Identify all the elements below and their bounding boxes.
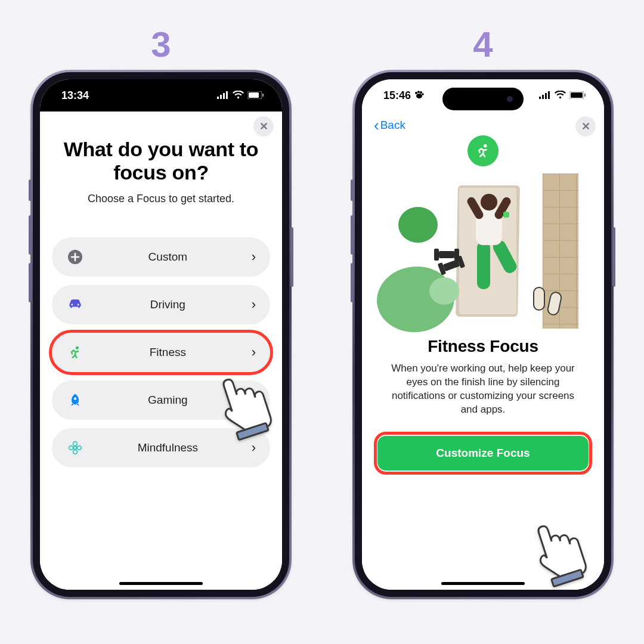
focus-item-mindfulness[interactable]: Mindfulness ›	[52, 428, 270, 467]
page-title: Fitness Focus	[374, 337, 592, 356]
svg-point-14	[73, 450, 78, 454]
step-number-4: 4	[473, 24, 493, 65]
svg-point-18	[415, 92, 417, 94]
svg-rect-5	[249, 92, 259, 98]
step-number-3: 3	[151, 24, 171, 65]
close-button[interactable]: ✕	[575, 116, 596, 137]
plus-icon	[66, 248, 84, 266]
focus-item-driving[interactable]: Driving ›	[52, 285, 270, 324]
chevron-left-icon: ‹	[374, 117, 379, 133]
focus-item-label: Custom	[84, 250, 252, 264]
svg-rect-28	[584, 94, 586, 97]
focus-item-gaming[interactable]: Gaming ›	[52, 380, 270, 420]
svg-rect-27	[571, 92, 583, 98]
focus-list: Custom › Driving ›	[52, 237, 270, 467]
svg-point-9	[78, 304, 79, 306]
customize-focus-button[interactable]: Customize Focus	[377, 436, 589, 470]
close-icon: ✕	[259, 120, 268, 133]
svg-point-29	[484, 144, 487, 148]
svg-rect-25	[548, 91, 550, 99]
close-icon: ✕	[581, 120, 590, 133]
svg-point-10	[76, 346, 79, 349]
svg-rect-3	[226, 91, 228, 99]
battery-icon	[247, 89, 264, 102]
car-icon	[66, 296, 84, 314]
focus-item-fitness[interactable]: Fitness ›	[52, 333, 270, 372]
battery-icon	[569, 89, 586, 102]
svg-rect-1	[220, 95, 222, 99]
svg-rect-6	[262, 94, 264, 97]
wifi-icon	[233, 89, 244, 102]
svg-point-16	[77, 446, 81, 450]
paw-icon	[414, 89, 424, 102]
chevron-right-icon: ›	[252, 440, 256, 456]
rocket-icon	[66, 391, 84, 409]
fitness-badge	[467, 135, 499, 166]
page-title: What do you want tofocus on?	[52, 138, 270, 184]
back-label: Back	[380, 119, 405, 132]
chevron-right-icon: ›	[252, 249, 256, 265]
chevron-right-icon: ›	[252, 345, 256, 360]
phone-frame: 13:34 ✕	[33, 72, 289, 597]
svg-point-13	[73, 442, 78, 446]
svg-point-19	[417, 91, 420, 93]
svg-point-20	[420, 91, 422, 94]
signal-icon	[539, 89, 551, 102]
page-subtitle: Choose a Focus to get started.	[52, 193, 270, 205]
home-indicator[interactable]	[119, 582, 203, 585]
close-button[interactable]: ✕	[253, 116, 274, 137]
dynamic-island	[123, 88, 199, 109]
svg-point-15	[69, 446, 73, 450]
svg-rect-2	[223, 93, 225, 99]
focus-item-label: Mindfulness	[84, 441, 252, 454]
page-description: When you're working out, help keep your …	[385, 362, 581, 417]
svg-point-12	[73, 447, 76, 450]
svg-rect-22	[539, 97, 541, 99]
svg-rect-0	[217, 97, 219, 99]
flower-icon	[66, 439, 84, 457]
focus-item-custom[interactable]: Custom ›	[52, 237, 270, 277]
chevron-right-icon: ›	[252, 297, 256, 312]
dynamic-island	[442, 88, 524, 110]
wifi-icon	[555, 89, 566, 102]
svg-point-11	[74, 397, 76, 400]
home-indicator[interactable]	[441, 582, 525, 585]
illustration	[388, 174, 578, 329]
svg-point-21	[422, 93, 424, 95]
focus-item-label: Driving	[84, 298, 252, 311]
chevron-right-icon: ›	[252, 392, 256, 408]
signal-icon	[217, 89, 229, 102]
cta-label: Customize Focus	[436, 447, 530, 460]
focus-item-label: Fitness	[84, 346, 252, 359]
back-button[interactable]: ‹ Back	[374, 117, 592, 133]
status-time: 15:46	[383, 89, 411, 102]
svg-point-8	[71, 304, 73, 306]
focus-item-label: Gaming	[84, 394, 252, 407]
phone-frame: 15:46	[355, 72, 611, 597]
svg-rect-23	[542, 95, 544, 99]
svg-rect-24	[545, 93, 547, 99]
status-time: 13:34	[61, 89, 89, 102]
runner-icon	[66, 343, 84, 361]
